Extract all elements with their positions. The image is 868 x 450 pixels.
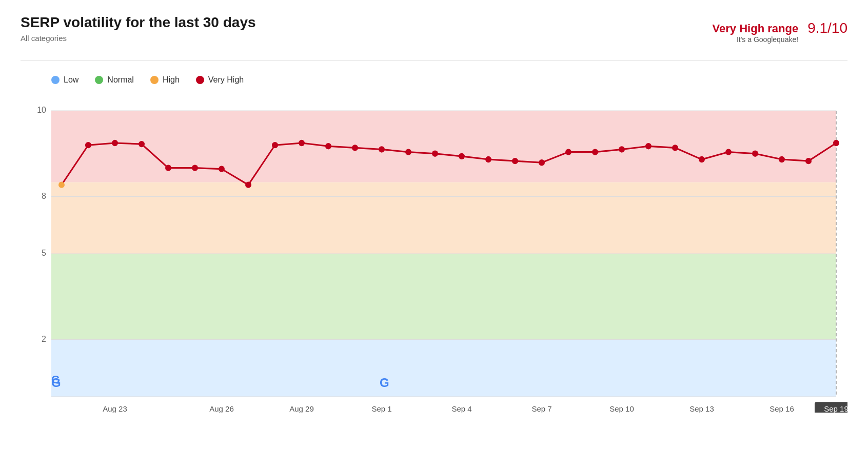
legend-label-very-high: Very High	[208, 75, 244, 85]
legend: Low Normal High Very High	[21, 61, 847, 90]
x-label-sep19: Sep 19	[824, 404, 847, 413]
data-point-12	[379, 146, 385, 152]
google-g-left: G	[51, 376, 61, 390]
data-point-14	[432, 151, 438, 157]
chart-svg: 10 8 5 2	[21, 95, 847, 413]
data-point-25	[725, 149, 732, 155]
data-point-5	[192, 165, 198, 171]
data-point-0	[58, 181, 65, 188]
header-range: Very High range It's a Googlequake!	[713, 22, 799, 44]
data-point-16	[485, 156, 491, 162]
legend-item-normal: Normal	[95, 75, 134, 85]
legend-label-high: High	[163, 75, 180, 85]
legend-item-high: High	[150, 75, 180, 85]
data-point-13	[405, 149, 411, 155]
data-point-22	[645, 143, 652, 149]
data-point-28	[805, 158, 812, 164]
page-title: SERP volatility for the last 30 days	[21, 14, 256, 31]
svg-text:G: G	[380, 376, 389, 390]
score-suffix: /10	[827, 20, 847, 36]
legend-item-low: Low	[51, 75, 78, 85]
normal-zone	[51, 254, 836, 339]
svg-text:G: G	[51, 376, 61, 390]
header-subtitle: All categories	[21, 34, 256, 43]
data-point-4	[165, 165, 171, 171]
data-point-11	[352, 145, 358, 151]
normal-dot	[95, 76, 103, 84]
data-point-6	[219, 166, 225, 172]
data-point-20	[592, 149, 598, 155]
legend-item-very-high: Very High	[196, 75, 244, 85]
data-point-3	[139, 141, 145, 147]
high-zone	[51, 182, 836, 254]
data-point-8	[272, 142, 278, 148]
data-point-9	[299, 140, 305, 146]
x-label-sep7: Sep 7	[531, 404, 551, 413]
data-point-17	[512, 158, 518, 164]
data-point-7	[245, 181, 251, 188]
y-label-5: 5	[42, 248, 46, 257]
x-label-aug29: Aug 29	[289, 404, 314, 413]
data-point-24	[699, 156, 705, 162]
data-point-21	[619, 146, 625, 152]
score-value: 9.1	[807, 20, 827, 36]
legend-label-low: Low	[64, 75, 78, 85]
y-label-10: 10	[37, 105, 46, 114]
data-point-10	[325, 143, 331, 149]
very-high-zone	[51, 111, 836, 182]
header-right: Very High range It's a Googlequake! 9.1/…	[713, 14, 847, 51]
score-display: 9.1/10	[807, 14, 847, 51]
chart-area: 10 8 5 2	[21, 95, 847, 413]
data-point-29	[833, 140, 839, 146]
data-point-19	[565, 149, 571, 155]
data-point-23	[672, 145, 678, 151]
google-g-center: G	[380, 376, 389, 390]
data-point-27	[779, 156, 785, 162]
data-point-18	[539, 159, 545, 166]
low-dot	[51, 76, 60, 84]
data-point-15	[459, 153, 465, 159]
x-label-sep13: Sep 13	[689, 404, 714, 413]
x-label-sep1: Sep 1	[371, 404, 391, 413]
y-label-2: 2	[42, 334, 46, 343]
page-container: SERP volatility for the last 30 days All…	[0, 0, 868, 450]
x-label-aug26: Aug 26	[209, 404, 234, 413]
high-dot	[150, 76, 159, 84]
y-label-8: 8	[42, 191, 46, 200]
range-label: Very High range	[713, 22, 799, 35]
header: SERP volatility for the last 30 days All…	[21, 14, 847, 61]
header-left: SERP volatility for the last 30 days All…	[21, 14, 256, 43]
x-label-sep16: Sep 16	[770, 404, 794, 413]
x-label-sep10: Sep 10	[609, 404, 634, 413]
very-high-dot	[196, 76, 204, 84]
data-point-26	[752, 151, 758, 157]
legend-label-normal: Normal	[107, 75, 134, 85]
range-sub: It's a Googlequake!	[713, 35, 799, 44]
data-point-1	[85, 142, 91, 148]
low-zone	[51, 339, 836, 397]
x-label-sep4: Sep 4	[451, 404, 472, 413]
data-point-2	[112, 140, 118, 146]
x-label-aug23: Aug 23	[103, 404, 127, 413]
